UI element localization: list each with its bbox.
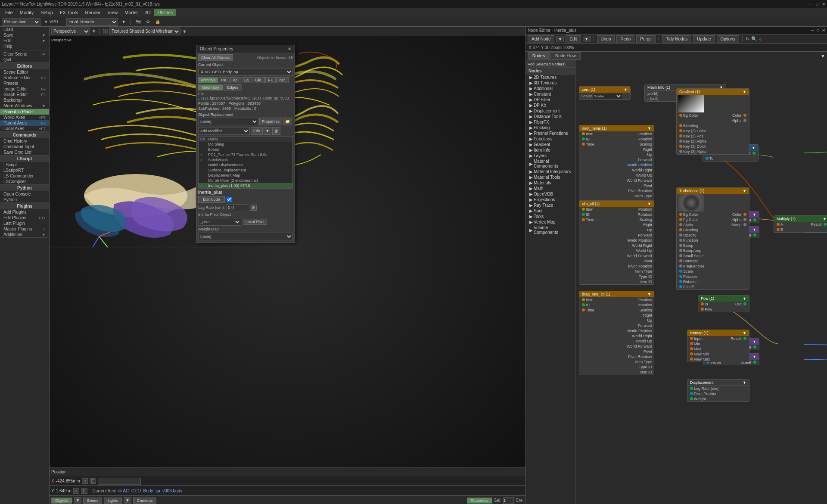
nodes-materials[interactable]: ▶ Materials xyxy=(526,180,575,186)
sidebar-scene-editor[interactable]: Scene Editor xyxy=(0,69,49,75)
inner-tab-edges[interactable]: Edges xyxy=(224,84,243,90)
tab-primitive[interactable]: Primitive xyxy=(198,77,218,83)
lights-dropdown[interactable]: ▼ xyxy=(124,497,131,504)
sidebar-ls-commander[interactable]: LS Commander xyxy=(0,173,49,179)
node-flow-arrow[interactable]: ▼ xyxy=(821,53,825,59)
menu-setup[interactable]: Setup xyxy=(37,9,56,16)
sidebar-save-cmd-list[interactable]: Save Cmd List xyxy=(0,149,49,155)
sidebar-additional[interactable]: Additional ▼ xyxy=(0,232,49,237)
tab-fx[interactable]: FX xyxy=(265,77,276,83)
sidebar-quit[interactable]: Quit xyxy=(0,57,49,62)
menu-utilities[interactable]: Utilities xyxy=(154,9,176,16)
nodes-material-integrators[interactable]: ▶ Material Integrators xyxy=(526,169,575,174)
node-editor-minimize[interactable]: ─ xyxy=(811,28,814,33)
objects-btn[interactable]: Objects xyxy=(51,498,72,504)
pivot-select[interactable]: _pivot xyxy=(198,218,241,226)
nodes-gradient[interactable]: ▶ Gradient xyxy=(526,142,575,147)
sidebar-last-plugin[interactable]: Last Plugin xyxy=(0,221,49,226)
toolbar-icon-lock[interactable]: 🔒 xyxy=(153,19,162,25)
add-node-btn[interactable]: Add Node xyxy=(528,35,554,43)
current-object-select[interactable]: ⚙ AC_GEO_Body_sp... xyxy=(198,68,293,76)
tab-glo[interactable]: Glo. xyxy=(253,77,265,83)
tab-lg[interactable]: Lg. xyxy=(242,77,252,83)
nodes-tools[interactable]: ▶ Tools xyxy=(526,214,575,219)
node-gradient[interactable]: Gradient (1) ▼ Bg Color Color Alpha xyxy=(676,88,749,155)
update-btn[interactable]: Update xyxy=(693,35,715,43)
sidebar-presets[interactable]: Presets xyxy=(0,81,49,86)
nodes-3d-textures[interactable]: ▶ 3D Textures xyxy=(526,80,575,86)
render-preset-select[interactable]: Final_Render xyxy=(66,18,118,26)
lag-rate-btn[interactable]: ⚙ xyxy=(250,205,257,211)
minimize-btn[interactable]: ─ xyxy=(809,2,812,6)
nodes-item-info[interactable]: ▶ Item Info xyxy=(526,147,575,153)
sidebar-world-axes[interactable]: World Axes +F5 xyxy=(0,115,49,120)
nodes-vertex-map[interactable]: ▶ Vertex Map xyxy=(526,219,575,225)
nodes-2d-textures[interactable]: ▶ 2D Textures xyxy=(526,75,575,80)
sidebar-edit-plugins[interactable]: Edit Plugins F11 xyxy=(0,215,49,221)
objects-dropdown[interactable]: ▼ xyxy=(74,497,82,504)
edit-btn[interactable]: Edit xyxy=(566,35,581,43)
edit-arrow[interactable]: ▼ xyxy=(583,36,591,42)
node-drag-rate-ctl[interactable]: drag_rate_ctl (1) ▼ Item Position ID Rot… xyxy=(579,291,654,375)
node-pow[interactable]: Pow (1) ▼ In Out Pow xyxy=(698,295,749,312)
node-clip-ctl[interactable]: clip_ctl (1) ▼ Item Position ID Rotation… xyxy=(579,200,654,285)
sidebar-load[interactable]: Load xyxy=(0,27,49,32)
purge-btn[interactable]: Purge xyxy=(636,35,656,43)
dialog-close[interactable]: ✕ xyxy=(288,47,291,51)
node-canvas[interactable]: zero (1) ▼ Scalar Scalar Mesh Info (1) ▼… xyxy=(575,60,827,504)
menu-model[interactable]: Model xyxy=(121,9,141,16)
node-editor-close[interactable]: ✕ xyxy=(822,28,825,33)
nodes-fiberfx[interactable]: ▶ FiberFX xyxy=(526,119,575,125)
tab-node-flow[interactable]: Node Flow xyxy=(550,52,581,60)
tab-re[interactable]: Re. xyxy=(219,77,230,83)
obj-replacement-properties[interactable]: Properties xyxy=(259,118,282,125)
edit-node-btn[interactable]: Edit Node xyxy=(198,196,225,203)
sidebar-cmd-history[interactable]: Cmd History xyxy=(0,138,49,144)
sidebar-parent-in-place[interactable]: Parent in Place xyxy=(0,109,49,115)
node-zero-select[interactable]: Scalar xyxy=(592,93,622,99)
inner-tab-geometry[interactable]: Geometry xyxy=(198,84,223,90)
nodes-dp-kit[interactable]: ▶ DP Kit xyxy=(526,103,575,108)
node-extra-icon1[interactable]: ↻ xyxy=(746,36,749,42)
tab-inst[interactable]: Inst. xyxy=(276,77,289,83)
properties-btn[interactable]: Properties xyxy=(467,498,492,504)
sidebar-lscompiler[interactable]: LSCompiler xyxy=(0,179,49,184)
x-key-btn[interactable]: ○ xyxy=(82,478,88,484)
sidebar-clear-scene[interactable]: Clear Scene +↵ xyxy=(0,51,49,57)
modifier-inertia[interactable]: ✓ Inertia_plus (1.00) 07/18 xyxy=(199,183,292,188)
sidebar-add-plugins[interactable]: Add Plugins xyxy=(0,209,49,215)
node-editor-maximize[interactable]: □ xyxy=(817,28,819,33)
sidebar-cmd-input[interactable]: Command Input xyxy=(0,144,49,149)
viewport-mode-select[interactable]: Perspective xyxy=(51,28,90,35)
clear-all-objects-btn[interactable]: Clear All Objects xyxy=(198,54,233,61)
menu-file[interactable]: File xyxy=(2,9,16,16)
obj-replacement-select[interactable]: (none) xyxy=(198,118,258,125)
nodes-projections[interactable]: ▶ Projections xyxy=(526,197,575,202)
node-turbulence[interactable]: Turbulence (1) ▼ Bg Color Color Fg Color… xyxy=(676,187,749,290)
add-selected-node-btn[interactable]: Add Selected Node(s) xyxy=(526,60,575,68)
modifier-options[interactable]: ▼ xyxy=(264,127,272,135)
add-node-arrow[interactable]: ▼ xyxy=(556,36,564,42)
undo-btn[interactable]: Undo xyxy=(597,35,615,43)
sidebar-open-console[interactable]: Open Console xyxy=(0,191,49,197)
obj-replacement-folder[interactable]: 📁 xyxy=(283,118,292,125)
nodes-material-components[interactable]: ▶ Material Components xyxy=(526,159,575,169)
sidebar-local-axes[interactable]: Local Axes +F7 xyxy=(0,126,49,131)
maximize-btn[interactable]: □ xyxy=(816,2,818,6)
nodes-dp-filter[interactable]: ▶ DP Filter xyxy=(526,97,575,103)
sidebar-image-editor[interactable]: Image Editor F6 xyxy=(0,86,49,92)
sidebar-save[interactable]: Save ▼ xyxy=(0,32,49,38)
lights-btn[interactable]: Lights xyxy=(104,498,122,504)
redo-btn[interactable]: Redo xyxy=(616,35,634,43)
nodes-ray-trace[interactable]: ▶ Ray Trace xyxy=(526,202,575,208)
tidy-nodes-btn[interactable]: Tidy Nodes xyxy=(662,35,691,43)
dialog-title[interactable]: Object Properties ✕ xyxy=(196,45,295,53)
nodes-displacement[interactable]: ▶ Displacement xyxy=(526,108,575,114)
sidebar-edit[interactable]: Edit ▼ xyxy=(0,38,49,44)
nodes-constant[interactable]: ▶ Constant xyxy=(526,91,575,97)
x-e-btn[interactable]: E xyxy=(90,478,96,484)
nodes-fresnel[interactable]: ▶ Fresnel Functions xyxy=(526,131,575,136)
menu-render[interactable]: Render xyxy=(81,9,104,16)
sidebar-parent-axes[interactable]: Parent Axes +F6 xyxy=(0,120,49,126)
node-extra-icon3[interactable]: ○ xyxy=(759,37,762,42)
